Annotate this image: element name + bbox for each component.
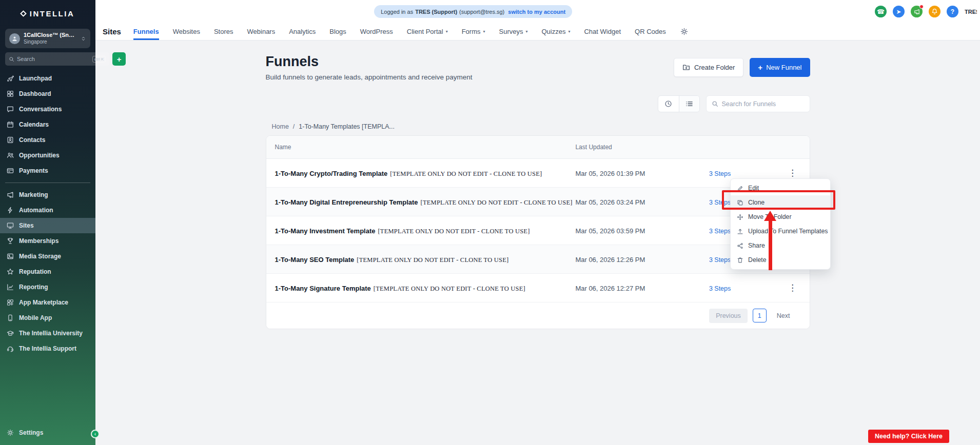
megaphone-icon [914,9,920,15]
chat-icon [7,106,14,113]
funnel-name-cell[interactable]: 1-To-Many SEO Template[TEMPLATE ONLY DO … [266,255,576,264]
tab-label: WordPress [360,28,393,35]
megaphone-icon [7,191,14,198]
steps-link[interactable]: 3 Steps [709,256,731,264]
page-subtitle: Build funnels to generate leads, appoint… [266,73,473,81]
steps-link[interactable]: 3 Steps [709,228,731,235]
announcements-button[interactable] [911,6,923,17]
sidebar-item-the-intellia-university[interactable]: The Intellia University [0,326,95,341]
sidebar-item-reporting[interactable]: Reporting [0,279,95,295]
menu-item-delete[interactable]: Delete [731,253,830,267]
sidebar-item-marketing[interactable]: Marketing [0,187,95,203]
tab-client-portal[interactable]: Client Portal▾ [407,23,448,40]
send-icon[interactable]: ➤ [893,6,905,17]
create-folder-button[interactable]: Create Folder [674,58,743,77]
switch-account-link[interactable]: switch to my account [508,9,565,15]
sidebar-item-mobile-app[interactable]: Mobile App [0,310,95,326]
tab-label: Analytics [289,28,316,35]
tab-surveys[interactable]: Surveys▾ [499,23,528,40]
sidebar-item-app-marketplace[interactable]: App Marketplace [0,295,95,310]
sites-settings-gear-icon[interactable] [680,23,688,40]
phone-icon[interactable]: ☎ [875,6,887,17]
funnel-name-cell[interactable]: 1-To-Many Crypto/Trading Template[TEMPLA… [266,169,576,178]
funnel-name-cell[interactable]: 1-To-Many Digital Entrepreneurship Templ… [266,197,576,207]
tab-qr-codes[interactable]: QR Codes [635,23,666,40]
sidebar-item-opportunities[interactable]: Opportunities [0,148,95,163]
sites-icon [7,222,14,229]
steps-link[interactable]: 3 Steps [709,285,731,292]
sidebar-item-label: Payments [19,167,48,174]
sidebar-search-input[interactable] [17,56,90,62]
need-help-button[interactable]: Need help? Click Here [868,430,949,443]
funnel-search-input[interactable] [722,100,805,108]
tab-quizzes[interactable]: Quizzes▾ [542,23,571,40]
bell-icon[interactable] [929,6,940,17]
menu-item-share[interactable]: Share [731,238,830,253]
tab-stores[interactable]: Stores [214,23,233,40]
menu-item-move-to-folder[interactable]: Move To Folder [731,210,830,224]
pagination: Previous 1 Next [266,302,810,329]
sidebar-item-label: Contacts [19,136,45,144]
sidebar-item-calendars[interactable]: Calendars [0,117,95,132]
sidebar-item-launchpad[interactable]: Launchpad [0,71,95,86]
menu-item-upload-to-funnel-templates[interactable]: Upload To Funnel Templates [731,224,830,238]
new-funnel-button[interactable]: + New Funnel [750,58,810,77]
kebab-menu-icon[interactable]: ⋮ [788,283,797,293]
menu-item-label: Delete [748,256,767,264]
content: Funnels Build funnels to generate leads,… [95,41,980,445]
sidebar-item-label: Automation [19,207,53,214]
help-icon[interactable]: ? [947,6,958,17]
funnel-name-cell[interactable]: 1-To-Many Signature Template[TEMPLATE ON… [266,284,576,293]
funnel-name-cell[interactable]: 1-To-Many Investment Template[TEMPLATE O… [266,226,576,235]
tab-websites[interactable]: Websites [173,23,200,40]
tab-analytics[interactable]: Analytics [289,23,316,40]
tab-forms[interactable]: Forms▾ [462,23,485,40]
sidebar-item-the-intellia-support[interactable]: The Intellia Support [0,341,95,356]
sidebar-item-memberships[interactable]: Memberships [0,233,95,249]
funnel-updated-cell: Mar 05, 2026 01:39 PM [575,169,709,178]
breadcrumb-home[interactable]: Home [272,123,289,130]
tab-funnels[interactable]: Funnels [133,23,159,40]
topbar-user-label: TRES [965,9,977,15]
sidebar-collapse-button[interactable]: ‹ [91,430,100,438]
sidebar-item-label: Dashboard [19,90,51,97]
sidebar-item-sites[interactable]: Sites [0,218,95,233]
search-icon [712,100,718,107]
sidebar-item-automation[interactable]: Automation [0,203,95,218]
tab-blogs[interactable]: Blogs [329,23,346,40]
funnel-steps-cell: 3 Steps [709,284,776,293]
sidebar-item-settings[interactable]: Settings [0,425,95,440]
sidebar-item-dashboard[interactable]: Dashboard [0,86,95,102]
recent-view-button[interactable] [658,96,679,112]
tab-webinars[interactable]: Webinars [247,23,276,40]
list-view-button[interactable] [679,96,699,112]
account-switcher[interactable]: 1CallClose™ (Snaps... Singapore [5,29,90,48]
plus-icon: + [758,64,762,71]
topbar: Logged in as TRES (Support) (support@tre… [95,0,980,23]
previous-page-button[interactable]: Previous [709,309,748,323]
sidebar-item-contacts[interactable]: Contacts [0,132,95,148]
annotation-highlight-rect [722,190,835,210]
sidebar-item-media-storage[interactable]: Media Storage [0,249,95,264]
section-title: Sites [103,23,121,40]
create-folder-label: Create Folder [694,64,735,71]
kebab-menu-icon[interactable]: ⋮ [788,168,797,178]
quick-add-button[interactable]: + [112,52,126,66]
page-number-button[interactable]: 1 [753,309,767,322]
funnel-search[interactable] [706,95,810,112]
tab-label: Funnels [133,28,159,35]
tab-wordpress[interactable]: WordPress [360,23,393,40]
funnel-name: 1-To-Many Investment Template [275,227,376,235]
sidebar-item-reputation[interactable]: Reputation [0,264,95,279]
sidebar-item-payments[interactable]: Payments [0,163,95,178]
sidebar-item-conversations[interactable]: Conversations [0,102,95,117]
next-page-button[interactable]: Next [772,309,795,323]
table-row: 1-To-Many SEO Template[TEMPLATE ONLY DO … [266,245,810,274]
sidebar-search[interactable]: ctrl K [5,52,109,66]
tab-chat-widget[interactable]: Chat Widget [584,23,621,40]
dashboard-icon [7,90,14,97]
folder-plus-icon [682,64,690,71]
subnav: Sites FunnelsWebsitesStoresWebinarsAnaly… [95,23,980,41]
steps-link[interactable]: 3 Steps [709,170,731,177]
impersonation-banner: Logged in as TRES (Support) (support@tre… [374,5,572,18]
